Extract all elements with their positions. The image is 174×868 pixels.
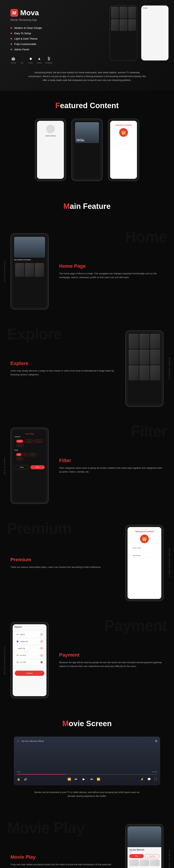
plan-monthly[interactable]: $9.99 /month [131,545,158,551]
back-icon[interactable]: ← [17,740,20,743]
pay-label: PayPal [20,633,25,636]
filter-heading: Sort & Filter [15,433,45,435]
side-label-left: Core Functionality [3,260,5,282]
play-icon[interactable]: ▶ [81,776,87,782]
feature-text: Easy To Setup [14,32,31,35]
payment-title: Payment [59,652,164,658]
plan-yearly[interactable]: $99.99 /year [131,553,158,558]
play-button[interactable]: Play [129,854,144,858]
title-accent: M [63,202,70,210]
lock-icon[interactable]: 🔒 [17,778,20,781]
bg-word-filter: Filter [131,422,167,440]
flutter-icon: ◆ [28,56,33,61]
side-label-left: Easy to browse [3,457,5,475]
side-label-right: Multiple Payment Option [169,549,171,578]
player-controls: 35:072:10:48 🔒🔊 ⏪⏮▶⏭⏩ ⚡💬⛶ [17,771,157,782]
mongo-badge: 🍃MongoDB [45,56,52,64]
speed-icon[interactable]: ⚡ [141,778,144,781]
phone-profile-light: Andrew Ainsley [35,119,66,181]
pay-label: Apple Pay [18,648,25,649]
detail-title: Top Gun Maverick [129,849,159,851]
radio-icon [41,633,43,636]
explore-title: Explore [10,361,115,366]
bg-word-home: Home [125,228,167,246]
pay-paypal[interactable]: 💳PayPal [15,632,44,637]
pay-label: •••• 2766 [20,661,26,663]
chip[interactable]: All [16,453,21,456]
pay-card2[interactable]: 💳•••• 2766 [15,659,44,665]
side-label-right: Complete information [169,850,171,868]
hero-phone-light: Profile [141,5,169,61]
main-feature-header: Main Feature [0,191,174,223]
crown-icon: 👑 [140,534,149,543]
download-button[interactable]: Download [145,854,159,858]
pay-card1[interactable]: 💳•••• 4679 [15,653,44,658]
ios-badge: iOS [19,56,25,64]
title-accent: M [62,719,69,728]
player-frame: ←Top Gun: Maverick Official⎘ 35:072:10:4… [14,737,160,785]
bg-word-premium: Premium [7,520,72,537]
reset-button[interactable]: Reset [15,465,29,469]
cast-icon[interactable]: ⎘ [155,740,157,743]
hero-phones: Profile [109,5,169,61]
tech-label: Android [10,62,16,64]
title-rest: eatured Content [60,101,119,110]
intro-text: Introducing Mova, the all-in-one solutio… [10,71,164,82]
chip[interactable]: K-Drama [34,440,43,443]
time-current: 35:07 [17,771,21,773]
home-block: Home Core Functionality Top 10 Movies Th… [0,223,174,320]
card-icon: 💳 [17,654,19,656]
movie-play-title: Movie Play [10,854,115,860]
laravel-badge: ▲Laravel [36,56,42,64]
mongo-icon: 🍃 [46,56,51,61]
chip[interactable]: Korea [29,453,36,456]
apply-button[interactable]: Apply [30,465,45,469]
featured-phones: Andrew Ainsley TOM CRUISETOP GUN Subscri… [14,119,160,181]
tech-label: MongoDB [45,62,52,64]
movie-play-block: Movie Play Complete information Top Gun … [0,814,174,868]
bullet-icon [10,38,12,39]
chip[interactable]: Anime [16,444,24,447]
explore-block: Explore Multiple categories Explore User… [0,320,174,417]
chip[interactable]: US [22,453,28,456]
chip[interactable]: China [16,457,23,460]
premium-title: Subscribe to Premium [115,124,132,126]
premium-phone: Subscribe to Premium👑$9.99 /month$99.99 … [125,525,164,601]
pay-apple[interactable]: Apple Pay [15,646,44,651]
filter-desc: Filter categories allow users to group a… [59,466,164,474]
region-label: Region [15,450,45,451]
radio-icon [41,654,43,656]
payment-desc: Because the app will be used by people a… [59,660,164,668]
continue-button[interactable]: Continue [15,671,44,676]
payment-heading: Payment [13,624,47,630]
laravel-icon: ▲ [36,56,42,61]
main-feature-title: Main Feature [14,202,160,211]
bullet-icon [10,32,12,34]
bg-word-explore: Explore [7,325,62,343]
fullscreen-icon[interactable]: ⛶ [154,778,157,781]
pay-google[interactable]: 🔵Google Pay [15,639,44,644]
payment-block: Payment Multiple Payment Option Payment💳… [0,612,174,709]
prev-icon[interactable]: ⏮ [74,778,77,781]
radio-icon [41,661,43,663]
chip[interactable]: Movie [16,440,23,443]
volume-icon[interactable]: 🔊 [24,778,27,781]
pay-label: •••• 4679 [20,654,26,656]
featured-title: Featured Content [14,101,160,110]
chip[interactable]: TV Show [24,440,33,443]
bullet-icon [10,43,12,45]
paypal-icon: 💳 [17,633,19,636]
premium-block: Premium Multiple Payment Option Subscrib… [0,515,174,612]
caption-icon[interactable]: 💬 [147,778,151,781]
filter-phone: Sort & FilterCategoriesMovieTV ShowK-Dra… [10,428,49,504]
home-title: Home Page [59,264,164,269]
title-rest: ovie Screen [69,719,112,728]
android-icon: 🤖 [10,56,16,61]
forward-icon[interactable]: ⏩ [97,778,100,781]
detail-poster [127,826,161,847]
rewind-icon[interactable]: ⏪ [68,778,71,781]
next-icon[interactable]: ⏭ [91,778,93,781]
progress-bar[interactable] [17,774,157,775]
premium-desc: There are various subscription plans, us… [10,565,115,569]
pay-label: Google Pay [20,641,28,642]
